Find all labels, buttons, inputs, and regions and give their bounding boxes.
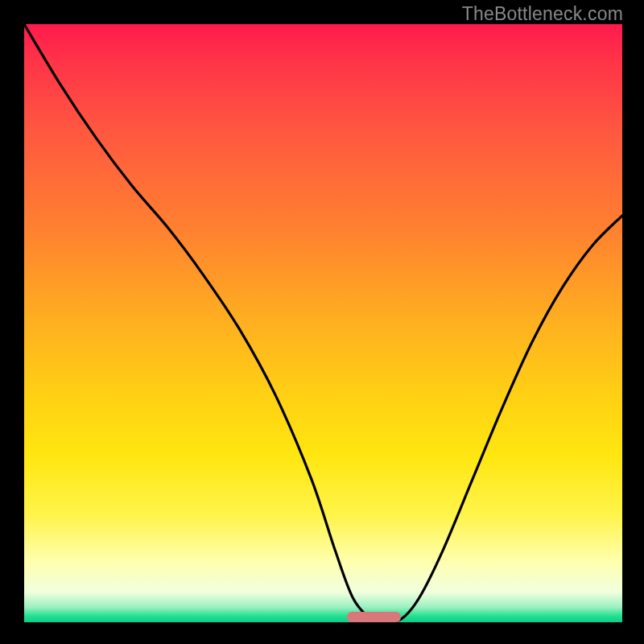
watermark-text: TheBottleneck.com [462, 3, 623, 25]
chart-frame: TheBottleneck.com [0, 0, 644, 644]
bottleneck-curve [24, 24, 622, 622]
plot-area [24, 24, 622, 622]
optimal-range-marker [347, 612, 401, 622]
